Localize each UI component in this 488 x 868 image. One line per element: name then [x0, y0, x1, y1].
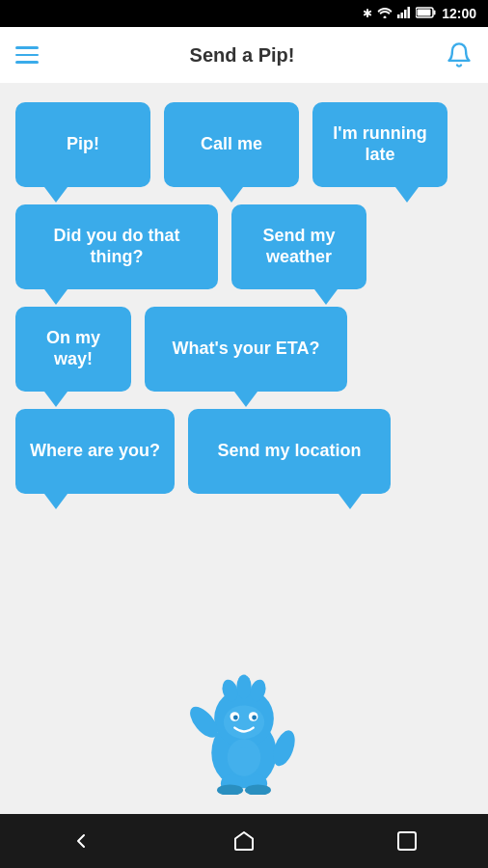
svg-point-11	[236, 675, 251, 699]
menu-button[interactable]	[15, 46, 39, 64]
bottom-nav	[0, 814, 488, 868]
svg-point-17	[252, 716, 257, 720]
wifi-icon	[377, 7, 393, 21]
pip-button[interactable]: Pip!	[15, 102, 150, 187]
svg-rect-7	[418, 9, 431, 15]
svg-rect-2	[401, 13, 404, 18]
svg-rect-25	[398, 832, 416, 850]
svg-point-0	[384, 15, 387, 18]
svg-rect-6	[434, 10, 436, 14]
where-button[interactable]: Where are you?	[15, 409, 175, 494]
battery-icon	[416, 7, 437, 21]
running-late-button[interactable]: I'm running late	[312, 102, 447, 187]
home-button[interactable]	[232, 829, 256, 853]
status-time: 12:00	[442, 6, 476, 21]
pip-row-3: On my way! What's your ETA?	[15, 307, 473, 392]
svg-rect-3	[404, 10, 407, 18]
svg-point-24	[228, 739, 261, 776]
status-icons: ✱ 12:00	[363, 6, 476, 21]
bluetooth-icon: ✱	[363, 7, 372, 20]
pip-row-1: Pip! Call me I'm running late	[15, 102, 473, 187]
signal-icon	[397, 7, 411, 21]
notification-button[interactable]	[446, 41, 473, 68]
main-content: Pip! Call me I'm running late Did you do…	[0, 83, 488, 814]
recents-button[interactable]	[395, 829, 419, 853]
svg-point-16	[233, 716, 238, 720]
status-bar: ✱ 12:00	[0, 0, 488, 27]
location-button[interactable]: Send my location	[188, 409, 391, 494]
back-button[interactable]	[69, 829, 93, 853]
pip-grid: Pip! Call me I'm running late Did you do…	[15, 102, 473, 494]
on-my-way-button[interactable]: On my way!	[15, 307, 131, 392]
pip-row-4: Where are you? Send my location	[15, 409, 473, 494]
thing-button[interactable]: Did you do that thing?	[15, 204, 218, 289]
svg-rect-4	[408, 7, 411, 18]
app-title: Send a Pip!	[190, 44, 295, 67]
app-bar: Send a Pip!	[0, 27, 488, 83]
mascot-image	[181, 665, 307, 795]
svg-rect-1	[397, 14, 400, 18]
weather-button[interactable]: Send my weather	[231, 204, 366, 289]
eta-button[interactable]: What's your ETA?	[145, 307, 347, 392]
svg-point-13	[224, 705, 264, 739]
mascot-area	[15, 523, 473, 804]
call-me-button[interactable]: Call me	[164, 102, 299, 187]
pip-row-2: Did you do that thing? Send my weather	[15, 204, 473, 289]
